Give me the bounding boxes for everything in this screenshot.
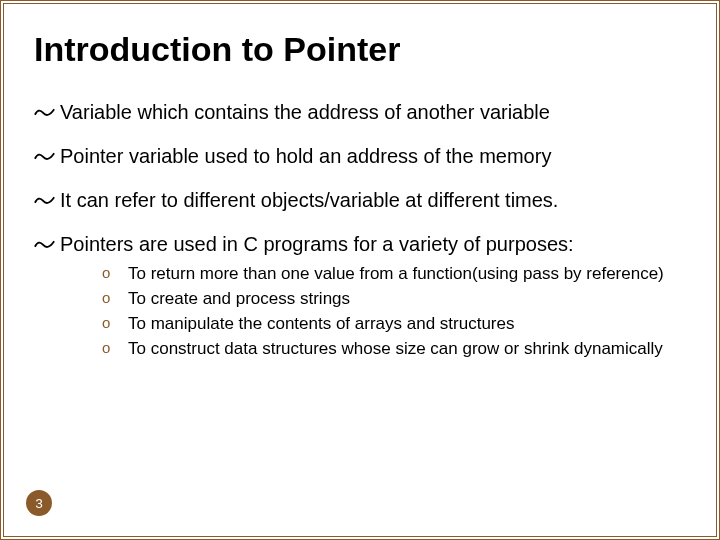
bullet-text: Variable which contains the address of a… xyxy=(60,101,550,123)
main-bullet-list: Variable which contains the address of a… xyxy=(34,99,686,361)
sub-bullet-item: To return more than one value from a fun… xyxy=(102,263,686,286)
bullet-text: Pointer variable used to hold an address… xyxy=(60,145,551,167)
slide-title: Introduction to Pointer xyxy=(34,30,686,69)
bullet-item: Variable which contains the address of a… xyxy=(34,99,686,125)
sub-bullet-item: To create and process strings xyxy=(102,288,686,311)
bullet-item: Pointer variable used to hold an address… xyxy=(34,143,686,169)
wave-bullet-icon xyxy=(34,149,56,163)
slide-frame: Introduction to Pointer Variable which c… xyxy=(0,0,720,540)
sub-bullet-item: To manipulate the contents of arrays and… xyxy=(102,313,686,336)
wave-bullet-icon xyxy=(34,105,56,119)
bullet-text: Pointers are used in C programs for a va… xyxy=(60,233,574,255)
wave-bullet-icon xyxy=(34,237,56,251)
sub-bullet-item: To construct data structures whose size … xyxy=(102,338,686,361)
bullet-item: It can refer to different objects/variab… xyxy=(34,187,686,213)
page-number: 3 xyxy=(35,496,42,511)
bullet-text: It can refer to different objects/variab… xyxy=(60,189,558,211)
bullet-item: Pointers are used in C programs for a va… xyxy=(34,231,686,361)
sub-bullet-list: To return more than one value from a fun… xyxy=(60,263,686,361)
page-number-badge: 3 xyxy=(26,490,52,516)
wave-bullet-icon xyxy=(34,193,56,207)
